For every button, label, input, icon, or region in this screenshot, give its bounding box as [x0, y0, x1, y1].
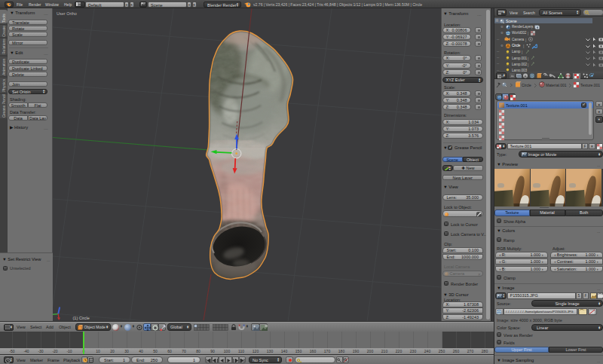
svg-text:User Ortho: User Ortho: [57, 11, 77, 16]
svg-text:(1) Circle: (1) Circle: [73, 316, 90, 320]
